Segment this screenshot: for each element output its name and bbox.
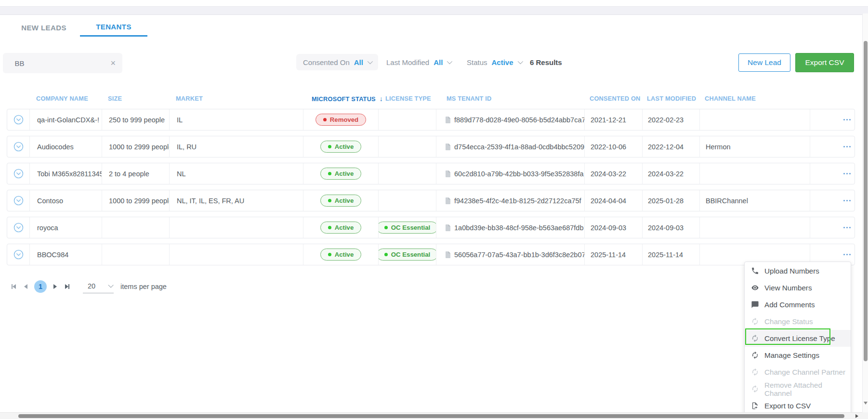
column-header-market[interactable]: MARKET xyxy=(176,95,203,102)
company-name: royoca xyxy=(29,217,102,238)
pagination: 1 20 items per page xyxy=(12,278,167,295)
column-header-company[interactable]: COMPANY NAME xyxy=(36,95,88,102)
copy-icon[interactable] xyxy=(444,143,451,151)
horizontal-scrollbar-thumb[interactable] xyxy=(18,414,844,418)
copy-icon[interactable] xyxy=(444,170,451,178)
menu-item-label: Add Comments xyxy=(764,301,815,309)
tenant-id-cell: f889d778-d028-49e0-8056-b5d24abb7ca7 xyxy=(436,109,584,130)
menu-item-upload-numbers[interactable]: Upload Numbers xyxy=(745,262,851,279)
row-menu-button[interactable] xyxy=(842,224,852,231)
status-badge: Active xyxy=(320,168,362,180)
status-dot-icon xyxy=(323,118,327,121)
filter-status[interactable]: Status Active xyxy=(460,54,528,70)
copy-icon[interactable] xyxy=(444,197,451,205)
phone-icon xyxy=(751,267,759,275)
page-number-button[interactable]: 1 xyxy=(34,280,47,293)
expand-row-icon[interactable] xyxy=(13,115,24,125)
column-header-channel-name[interactable]: CHANNEL NAME xyxy=(705,95,756,102)
company-size xyxy=(102,244,169,265)
last-modified: 2025-11-14 xyxy=(642,244,699,265)
row-menu-button[interactable] xyxy=(842,143,852,150)
expand-row-icon[interactable] xyxy=(13,142,24,152)
last-page-button[interactable] xyxy=(65,284,69,289)
menu-item-label: Change Status xyxy=(764,317,813,326)
license-label: OC Essential xyxy=(391,251,430,258)
chevron-down-icon xyxy=(447,59,452,64)
row-menu-button[interactable] xyxy=(842,197,852,204)
expand-row-icon[interactable] xyxy=(13,196,24,206)
copy-icon[interactable] xyxy=(444,251,451,259)
consented-on: 2022-10-06 xyxy=(584,136,642,157)
tenant-id: f94238e5-4f2c-4e1b-8125-2d27122ca75f xyxy=(454,197,581,205)
status-label: Active xyxy=(335,224,354,231)
search-input[interactable] xyxy=(14,59,110,67)
channel-name xyxy=(699,109,810,130)
eye-icon xyxy=(751,284,759,292)
scroll-right-arrow-icon[interactable] xyxy=(855,414,858,418)
column-header-microsoft-status[interactable]: MICROSOFT STATUS↓ xyxy=(312,95,383,103)
menu-item-convert-license-type[interactable]: Convert License Type xyxy=(745,330,851,347)
new-lead-button[interactable]: New Lead xyxy=(738,53,790,72)
license-dot-icon xyxy=(384,226,388,229)
menu-item-manage-settings[interactable]: Manage Settings xyxy=(745,347,851,364)
filter-consented-on[interactable]: Consented On All xyxy=(296,54,378,70)
license-type-cell xyxy=(378,136,436,157)
row-menu-button[interactable] xyxy=(842,251,852,258)
table-row: Audiocodes 1000 to 2999 people IL, RU Ac… xyxy=(7,136,855,157)
column-header-last-modified[interactable]: LAST MODIFIED xyxy=(647,95,696,102)
consented-on: 2024-03-22 xyxy=(584,163,642,184)
vertical-scrollbar[interactable] xyxy=(862,13,868,413)
previous-page-button[interactable] xyxy=(24,284,27,289)
filter-last-modified[interactable]: Last Modified All xyxy=(380,54,458,70)
copy-icon[interactable] xyxy=(444,224,451,232)
column-header-tenant-id[interactable]: MS TENANT ID xyxy=(447,95,491,102)
column-header-size[interactable]: SIZE xyxy=(108,95,122,102)
page-size-select[interactable]: 20 xyxy=(83,280,114,293)
consented-on: 2021-12-21 xyxy=(584,109,642,130)
sync-icon xyxy=(751,351,759,359)
license-type-cell: OC Essential xyxy=(378,217,436,238)
tab-new-leads[interactable]: NEW LEADS xyxy=(8,18,80,37)
status-label: Active xyxy=(335,197,354,204)
menu-item-view-numbers[interactable]: View Numbers xyxy=(745,279,851,296)
menu-item-add-comments[interactable]: Add Comments xyxy=(745,296,851,313)
items-per-page-label: items per page xyxy=(120,283,167,290)
filter-label: Last Modified xyxy=(386,58,429,66)
tab-tenants[interactable]: TENANTS xyxy=(80,18,147,37)
scroll-down-arrow-icon[interactable] xyxy=(864,402,868,405)
tenants-page: NEW LEADS TENANTS × Consented On All Las… xyxy=(0,0,868,419)
horizontal-scrollbar[interactable] xyxy=(0,412,862,419)
export-csv-button[interactable]: Export CSV xyxy=(795,53,854,72)
row-menu-button[interactable] xyxy=(842,116,852,123)
tenant-id-cell: 56056a77-07a5-43a7-bb1b-3d6f3c8e2b07 xyxy=(436,244,584,265)
last-modified: 2024-03-22 xyxy=(642,163,699,184)
status-badge: Active xyxy=(320,249,362,261)
chevron-down-icon xyxy=(108,282,113,288)
clear-search-icon[interactable]: × xyxy=(110,59,116,67)
menu-item-export-to-csv[interactable]: Export to CSV xyxy=(745,397,851,414)
license-badge: OC Essential xyxy=(378,249,436,261)
status-dot-icon xyxy=(328,172,331,175)
tenant-id-cell: d754ecca-2539-4f1a-88ad-0cdb4bbc5209 xyxy=(436,136,584,157)
vertical-scrollbar-thumb[interactable] xyxy=(864,41,868,361)
next-page-button[interactable] xyxy=(53,284,57,289)
column-header-license-type[interactable]: LICENSE TYPE xyxy=(385,95,431,102)
status-label: Active xyxy=(335,170,354,177)
menu-item-label: View Numbers xyxy=(764,284,812,292)
chevron-down-icon xyxy=(517,59,523,64)
status-label: Active xyxy=(335,251,354,258)
export-icon xyxy=(751,402,759,410)
channel-name: BBIRChannel xyxy=(699,190,810,211)
filter-value: All xyxy=(354,58,363,66)
channel-name xyxy=(699,217,810,238)
expand-row-icon[interactable] xyxy=(13,249,24,260)
consented-on: 2024-04-04 xyxy=(584,190,642,211)
last-modified: 2025-01-28 xyxy=(642,190,699,211)
first-page-button[interactable] xyxy=(12,284,16,289)
row-menu-button[interactable] xyxy=(842,170,852,177)
results-count: 6 Results xyxy=(530,54,562,70)
column-header-consented-on[interactable]: CONSENTED ON xyxy=(590,95,641,102)
copy-icon[interactable] xyxy=(444,116,451,124)
expand-row-icon[interactable] xyxy=(13,223,24,233)
expand-row-icon[interactable] xyxy=(13,169,24,179)
